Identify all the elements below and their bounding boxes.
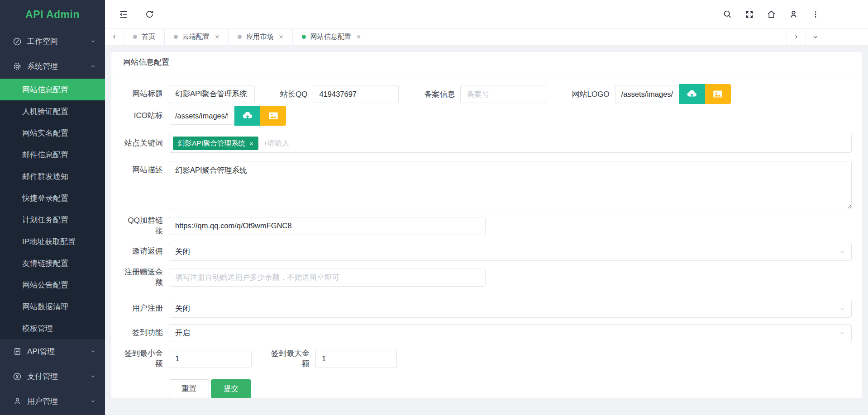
sidebar-item-payment[interactable]: 支付管理	[0, 364, 105, 389]
sidebar-subitem-realname[interactable]: 网站实名配置	[0, 122, 105, 144]
sidebar-item-users[interactable]: 用户管理	[0, 389, 105, 414]
tabbar-spacer	[370, 29, 787, 45]
header-left-tools	[119, 9, 154, 19]
submit-button[interactable]: 提交	[211, 379, 251, 398]
top-header	[105, 0, 868, 28]
form-row-qq-group: QQ加群链接	[121, 216, 852, 236]
home-icon[interactable]	[767, 9, 776, 19]
sidebar-subitem-links[interactable]: 友情链接配置	[0, 252, 105, 274]
ico-preview-image-button[interactable]	[260, 106, 286, 126]
sidebar-subitem-mail-bulk[interactable]: 邮件群发通知	[0, 165, 105, 187]
tab-dot	[238, 35, 242, 39]
tab-app-market[interactable]: 应用市场 ×	[229, 29, 292, 45]
tab-dot	[174, 35, 178, 39]
ico-upload-button[interactable]	[234, 106, 260, 126]
tabs-scroll-right-button[interactable]	[787, 29, 806, 45]
tabbar-right-controls	[787, 29, 825, 45]
tabs-menu-dropdown-button[interactable]	[806, 29, 825, 45]
refresh-icon[interactable]	[145, 9, 154, 19]
chevron-down-icon	[90, 373, 96, 379]
site-info-card: 网站信息配置 网站标题 站长QQ 备案信息 网站LOGO	[111, 52, 862, 398]
sidebar-subitem-announce[interactable]: 网站公告配置	[0, 274, 105, 296]
menu-fold-icon[interactable]	[119, 9, 129, 19]
tab-label: 网站信息配置	[310, 33, 351, 41]
sidebar-item-label: 支付管理	[27, 371, 90, 382]
tab-label: 首页	[142, 33, 155, 41]
form-row-invite-rebate: 邀请返佣 关闭	[121, 243, 852, 261]
chevron-down-icon	[90, 349, 96, 354]
beian-input[interactable]	[460, 85, 546, 103]
tab-dot	[133, 35, 137, 39]
form-row-signin-amounts: 签到最小金额 签到最大金额	[121, 349, 852, 369]
sidebar-item-system[interactable]: 系统管理	[0, 54, 105, 79]
chevron-down-icon	[90, 398, 96, 404]
form-row-keywords: 站点关键词 幻影API聚合管理系统 × +请输入	[121, 134, 852, 153]
select-value: 开启	[175, 328, 839, 338]
sidebar-item-api[interactable]: API管理	[0, 339, 105, 364]
form-row-user-register: 用户注册 关闭	[121, 300, 852, 318]
site-title-input[interactable]	[169, 85, 255, 103]
site-logo-input[interactable]	[615, 85, 679, 103]
register-bonus-input[interactable]	[169, 269, 486, 287]
chevron-down-icon	[839, 249, 845, 255]
user-icon	[12, 396, 22, 406]
site-info-form: 网站标题 站长QQ 备案信息 网站LOGO	[111, 72, 862, 398]
tab-site-info-config[interactable]: 网站信息配置 ×	[293, 29, 370, 45]
sidebar-subitem-template[interactable]: 模板管理	[0, 317, 105, 339]
sidebar-subitem-site-info[interactable]: 网站信息配置	[0, 79, 105, 100]
tab-label: 应用市场	[246, 33, 273, 41]
logo-preview-image-button[interactable]	[705, 84, 731, 104]
description-textarea[interactable]: 幻影API聚合管理系统	[169, 161, 852, 209]
signin-max-input[interactable]	[315, 350, 397, 368]
form-row-signin: 签到功能 开启	[121, 324, 852, 342]
tab-label: 云端配置	[182, 33, 210, 41]
app-root: API Admin 工作空间 系统管理 网站信息配置 人机验证配置 网站实名配置…	[0, 0, 868, 415]
form-row-basic: 网站标题 站长QQ 备案信息 网站LOGO	[121, 84, 852, 104]
sidebar-subitem-quick-login[interactable]: 快捷登录配置	[0, 187, 105, 209]
keyword-tag-text: 幻影API聚合管理系统	[178, 139, 245, 148]
reset-button[interactable]: 重置	[169, 379, 209, 398]
register-bonus-label: 注册赠送余额	[121, 267, 163, 288]
form-row-ico: ICO站标	[121, 106, 852, 126]
keyword-tag-close-icon[interactable]: ×	[249, 140, 253, 147]
form-row-register-bonus: 注册赠送余额	[121, 267, 852, 288]
sidebar-subitem-captcha[interactable]: 人机验证配置	[0, 100, 105, 122]
user-register-select[interactable]: 关闭	[169, 300, 852, 318]
signin-select[interactable]: 开启	[169, 324, 852, 342]
sidebar-subitem-cleanup[interactable]: 网站数据清理	[0, 296, 105, 317]
sidebar-subitem-ip[interactable]: IP地址获取配置	[0, 231, 105, 252]
content-area: 网站信息配置 网站标题 站长QQ 备案信息 网站LOGO	[105, 45, 868, 415]
signin-label: 签到功能	[121, 328, 163, 338]
tab-close-icon[interactable]: ×	[279, 33, 283, 41]
ico-input[interactable]	[169, 107, 234, 125]
qq-group-input[interactable]	[169, 217, 486, 235]
select-value: 关闭	[175, 247, 839, 257]
tab-dot	[302, 35, 306, 39]
qq-group-label: QQ加群链接	[121, 216, 163, 236]
invite-rebate-select[interactable]: 关闭	[169, 243, 852, 261]
sidebar-item-workspace[interactable]: 工作空间	[0, 29, 105, 54]
tab-cloud-config[interactable]: 云端配置 ×	[165, 29, 229, 45]
tab-home[interactable]: 首页	[124, 29, 165, 45]
keywords-tag-input[interactable]: 幻影API聚合管理系统 × +请输入	[169, 134, 852, 153]
account-icon[interactable]	[789, 9, 798, 19]
fullscreen-icon[interactable]	[745, 10, 754, 19]
form-actions: 重置 提交	[169, 379, 852, 398]
tabs-scroll-left-button[interactable]	[105, 29, 124, 45]
chevron-down-icon	[90, 38, 96, 44]
sidebar-subitem-mail[interactable]: 邮件信息配置	[0, 144, 105, 165]
signin-min-input[interactable]	[169, 350, 252, 368]
more-kebab-icon[interactable]	[811, 10, 820, 19]
sidebar-subitem-cron[interactable]: 计划任务配置	[0, 209, 105, 231]
logo-upload-button[interactable]	[679, 84, 705, 104]
document-icon	[12, 347, 22, 357]
qq-input[interactable]	[313, 85, 399, 103]
sidebar: API Admin 工作空间 系统管理 网站信息配置 人机验证配置 网站实名配置…	[0, 0, 105, 415]
tab-close-icon[interactable]: ×	[357, 33, 361, 41]
site-title-label: 网站标题	[121, 89, 163, 99]
search-icon[interactable]	[723, 9, 732, 19]
header-right-tools	[723, 9, 868, 19]
tab-close-icon[interactable]: ×	[215, 33, 219, 41]
app-logo: API Admin	[0, 0, 105, 29]
form-row-description: 网站描述 幻影API聚合管理系统	[121, 161, 852, 209]
